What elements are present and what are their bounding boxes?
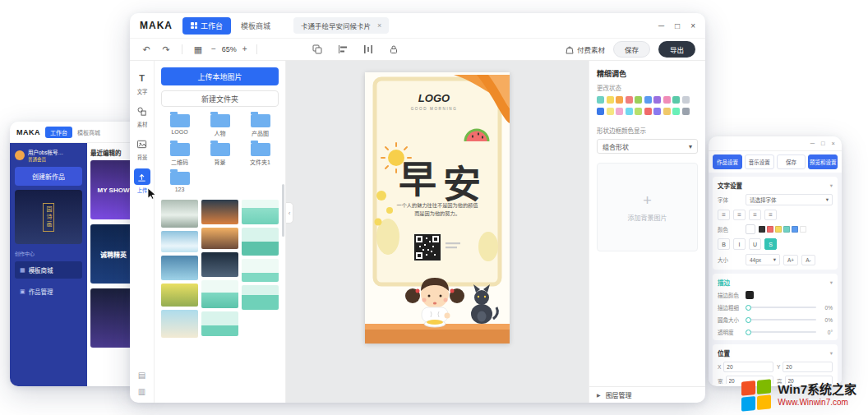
work-settings-button[interactable]: 作品设置 — [713, 154, 742, 169]
qr-code[interactable] — [414, 234, 441, 261]
redo-icon[interactable]: ↷ — [159, 43, 173, 56]
color-swatch[interactable] — [682, 108, 690, 115]
close-icon[interactable]: × — [690, 21, 695, 30]
close-icon[interactable]: × — [832, 140, 835, 147]
poster-quote-line1[interactable]: 一个人的魅力往往不是因为他的颜值 — [397, 202, 478, 209]
color-swatch[interactable] — [800, 226, 806, 233]
board-icon[interactable]: ▦ — [192, 43, 205, 56]
font-size-increase-button[interactable]: A+ — [783, 255, 798, 265]
align-justify-button[interactable]: ≡ — [764, 210, 777, 220]
color-swatch[interactable] — [759, 226, 765, 233]
new-folder-button[interactable]: 新建文件夹 — [161, 90, 279, 107]
maximize-icon[interactable]: □ — [675, 21, 680, 30]
sidebar-item-work-management[interactable]: ▣ 作品管理 — [15, 283, 82, 300]
illustration-thumbnail[interactable] — [201, 311, 238, 336]
color-swatch[interactable] — [653, 96, 661, 104]
color-swatch[interactable] — [783, 226, 790, 233]
music-settings-button[interactable]: 音乐设置 — [745, 154, 774, 169]
align-center-button[interactable]: ≡ — [733, 210, 746, 220]
illustration-thumbnail[interactable] — [242, 228, 279, 256]
color-swatch[interactable] — [653, 108, 661, 115]
align-right-button[interactable]: ≡ — [749, 210, 761, 220]
lock-icon[interactable] — [387, 43, 400, 56]
sidebar-item-template-market[interactable]: ▦ 模板商城 — [15, 261, 82, 279]
poster-headline-1[interactable]: 早 — [399, 158, 436, 201]
color-swatch[interactable] — [663, 108, 671, 115]
rail-item-text[interactable]: T 文字 — [131, 67, 154, 98]
paid-material-button[interactable]: 付费素材 — [566, 44, 605, 54]
illustration-thumbnail[interactable] — [242, 259, 279, 282]
position-input-X[interactable] — [723, 362, 773, 372]
preview-settings-button[interactable]: 预览和设置 — [808, 154, 838, 169]
poster-quote-line2[interactable]: 而是因为他的努力。 — [414, 210, 460, 217]
illustration-thumbnail[interactable] — [201, 280, 238, 308]
folder-item[interactable]: LOGO — [161, 114, 198, 137]
color-swatch[interactable] — [616, 108, 623, 115]
illustration-thumbnail[interactable] — [242, 200, 279, 224]
folder-item[interactable]: 文件夹1 — [242, 143, 279, 166]
slider[interactable] — [746, 307, 816, 308]
text-style-i-button[interactable]: I — [733, 238, 746, 250]
color-swatch[interactable] — [644, 108, 652, 115]
user-info[interactable]: 用户obs帐号… 普通会员 — [15, 148, 82, 163]
poster-logo-subtitle[interactable]: GOOD MORNING — [411, 107, 458, 111]
font-select[interactable]: 请选择字体 ▾ — [746, 194, 833, 205]
tab-template-market[interactable]: 模板商城 — [241, 21, 270, 31]
folder-item[interactable]: 二维码 — [161, 143, 198, 166]
poster-artboard[interactable]: LOGO GOOD MORNING 早 安 — [365, 72, 510, 344]
chevron-down-icon[interactable]: ▾ — [830, 279, 833, 286]
layers-manager-bar[interactable]: ▶ 图层管理 — [589, 386, 705, 403]
color-swatch[interactable] — [597, 96, 604, 104]
maximize-icon[interactable]: □ — [821, 140, 825, 147]
close-tab-icon[interactable]: × — [377, 21, 381, 30]
color-swatch[interactable] — [682, 96, 690, 104]
slider[interactable] — [746, 319, 816, 320]
color-swatch[interactable] — [663, 96, 671, 104]
photo-thumbnail[interactable] — [201, 252, 238, 277]
folder-item[interactable]: 产品图 — [242, 114, 279, 137]
color-swatch[interactable] — [775, 226, 782, 233]
color-swatch[interactable] — [626, 108, 633, 115]
color-swatch[interactable] — [792, 226, 798, 233]
chevron-down-icon[interactable]: ▾ — [830, 182, 833, 189]
photo-thumbnail[interactable] — [161, 310, 198, 338]
color-swatch[interactable] — [672, 96, 680, 104]
distribute-icon[interactable] — [362, 43, 375, 56]
font-size-decrease-button[interactable]: A- — [801, 255, 815, 265]
panel-collapse-handle[interactable]: ‹ — [286, 202, 293, 224]
folder-item[interactable]: 人物 — [201, 114, 238, 137]
color-swatch[interactable] — [672, 108, 680, 115]
canvas[interactable]: ‹ LOGO GOOD MORNING — [286, 61, 589, 403]
save-button[interactable]: 保存 — [613, 41, 650, 58]
chevron-down-icon[interactable]: ▾ — [830, 350, 833, 357]
color-swatch[interactable] — [616, 96, 623, 104]
upload-local-image-button[interactable]: 上传本地图片 — [161, 67, 279, 85]
document-tab[interactable]: 卡通手绘早安问候卡片 × — [293, 17, 389, 34]
slider[interactable] — [746, 331, 816, 333]
duplicate-icon[interactable] — [311, 43, 324, 56]
photo-thumbnail[interactable] — [161, 256, 198, 280]
undo-icon[interactable]: ↶ — [140, 43, 153, 56]
save-button[interactable]: 保存 — [777, 154, 806, 169]
minimize-icon[interactable]: ─ — [658, 21, 664, 30]
scrollbar[interactable] — [282, 184, 284, 237]
minimize-icon[interactable]: ─ — [810, 140, 815, 147]
folder-item[interactable]: 123 — [161, 172, 198, 192]
photo-thumbnail[interactable] — [201, 228, 238, 249]
photo-thumbnail[interactable] — [161, 284, 198, 307]
color-swatch[interactable] — [597, 108, 604, 115]
shape-select[interactable]: 组合形状 ▾ — [597, 139, 698, 154]
rail-item-upload[interactable]: 上传 — [131, 166, 154, 196]
font-size-select[interactable]: 44px ▾ — [746, 254, 780, 265]
illustration-thumbnail[interactable] — [242, 285, 279, 310]
color-swatch[interactable] — [607, 96, 614, 104]
create-new-work-button[interactable]: 创建新作品 — [15, 167, 82, 186]
text-style-u-button[interactable]: U — [749, 238, 761, 250]
text-style-b-button[interactable]: B — [718, 238, 730, 250]
rail-bottom-icon-1[interactable]: ▤ — [138, 371, 145, 380]
stroke-color-swatch[interactable] — [746, 291, 754, 299]
rail-bottom-icon-2[interactable]: ▥ — [138, 387, 145, 396]
featured-poster-thumbnail[interactable]: 园诗画 — [15, 190, 82, 244]
custom-color-box[interactable] — [746, 224, 755, 234]
poster-logo-text[interactable]: LOGO — [418, 92, 450, 104]
